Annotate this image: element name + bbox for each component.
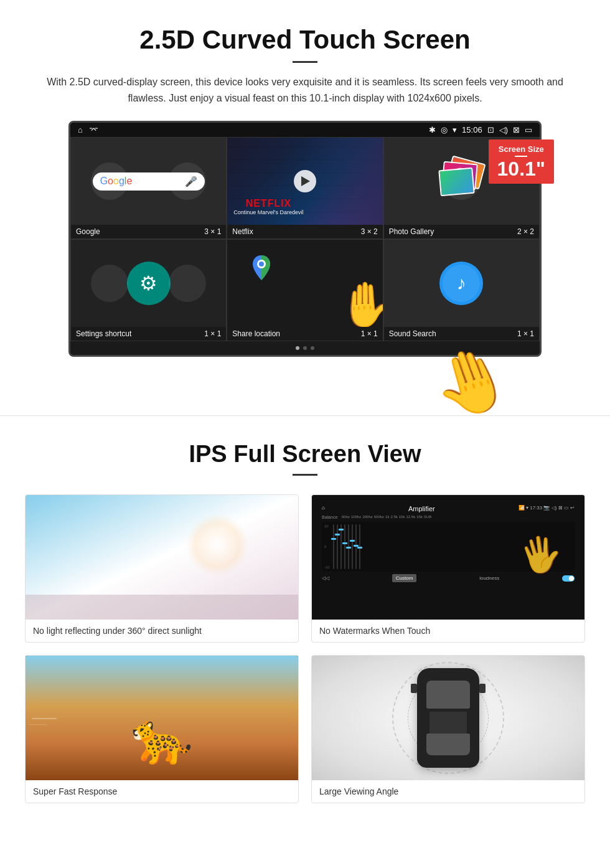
settings-cell-inner: ⚙ — [71, 240, 226, 327]
camera-icon: ⊡ — [487, 125, 494, 134]
gallery-size: 2 × 2 — [517, 227, 534, 236]
car-top-view-container — [312, 656, 584, 780]
section-curved-screen: 2.5D Curved Touch Screen With 2.5D curve… — [0, 0, 610, 378]
app-cell-sound[interactable]: ♪ Sound Search 1 × 1 — [383, 239, 540, 341]
google-label-row: Google 3 × 1 — [71, 225, 226, 238]
share-cell-inner: 🤚 — [227, 240, 382, 327]
music-icon-background: ♪ — [439, 262, 483, 305]
svg-point-1 — [259, 262, 264, 267]
custom-button[interactable]: Custom — [392, 574, 417, 582]
eq-slider-6[interactable] — [352, 524, 353, 569]
status-bar-right: ✱ ◎ ▾ 15:06 ⊡ ◁) ⊠ ▭ — [429, 125, 532, 134]
sound-name: Sound Search — [389, 329, 436, 338]
photo-item-3 — [439, 167, 475, 197]
app-cell-settings[interactable]: ⚙ Settings shortcut 1 × 1 — [70, 239, 227, 341]
section1-title: 2.5D Curved Touch Screen — [37, 25, 573, 55]
eq-slider-5[interactable] — [348, 524, 349, 569]
sound-label-row: Sound Search 1 × 1 — [384, 327, 539, 341]
netflix-cell-inner: NETFLIX Continue Marvel's Daredevil — [227, 138, 382, 225]
equalizer-bars: 100-10 — [322, 522, 575, 572]
section2-title: IPS Full Screen View — [25, 441, 585, 468]
device-screen: ⌂ ⌤ ✱ ◎ ▾ 15:06 ⊡ ◁) ⊠ ▭ — [68, 121, 542, 357]
dot-3[interactable] — [311, 346, 314, 350]
time-display: 15:06 — [462, 125, 482, 134]
g-letter-o1: o — [108, 176, 113, 186]
g-letter-g: G — [100, 176, 108, 186]
section-divider — [0, 415, 610, 416]
status-bar: ⌂ ⌤ ✱ ◎ ▾ 15:06 ⊡ ◁) ⊠ ▭ — [70, 123, 540, 137]
feature-caption-watermarks: No Watermarks When Touch — [312, 620, 584, 642]
loudness-toggle[interactable] — [562, 575, 575, 582]
amplifier-screen: ⌂ Amplifier 📶 ▾ 17:33 📷 ◁) ⊠ ▭ ↩ Balance… — [317, 500, 580, 615]
feature-item-speed: 🐆 Super Fast Response — [25, 655, 299, 803]
feature-item-viewing-angle: Large Viewing Angle — [311, 655, 585, 803]
amp-status: 📶 ▾ 17:33 📷 ◁) ⊠ ▭ ↩ — [518, 505, 575, 512]
share-name: Share location — [232, 329, 280, 338]
eq-slider-1[interactable] — [333, 524, 334, 569]
status-bar-left: ⌂ ⌤ — [78, 125, 98, 134]
window-icon[interactable]: ▭ — [525, 125, 532, 134]
google-search-bar[interactable]: Google 🎤 — [93, 172, 205, 191]
car-roof — [429, 712, 467, 737]
g-letter-o2: o — [113, 176, 119, 186]
feature-grid: No light reflecting under 360° direct su… — [25, 494, 585, 803]
google-mic-icon[interactable]: 🎤 — [185, 176, 197, 187]
app-cell-netflix[interactable]: NETFLIX Continue Marvel's Daredevil Netf… — [227, 137, 383, 239]
netflix-label-row: Netflix 3 × 2 — [227, 225, 382, 238]
home-icon[interactable]: ⌂ — [78, 125, 83, 134]
badge-size: 10.1" — [497, 159, 545, 179]
settings-name: Settings shortcut — [76, 329, 131, 338]
eq-slider-2[interactable] — [337, 524, 338, 569]
location-icon: ◎ — [441, 125, 448, 134]
g-letter-e: e — [126, 176, 132, 186]
play-button[interactable] — [294, 170, 316, 192]
netflix-overlay: NETFLIX Continue Marvel's Daredevil — [233, 198, 303, 215]
car-rear-window — [426, 734, 470, 755]
eq-slider-8[interactable] — [359, 524, 360, 569]
google-name: Google — [76, 227, 100, 236]
dot-1[interactable] — [296, 346, 299, 350]
amp-frequency-labels: Balance 60hz 100hz 200hz 500hz 1k 2.5k 1… — [322, 515, 575, 519]
badge-label: Screen Size — [497, 144, 545, 154]
eq-slider-4[interactable] — [344, 524, 345, 569]
sound-cell-inner: ♪ — [384, 240, 539, 327]
feature-image-car — [312, 656, 584, 780]
app-cell-share[interactable]: 🤚 Share location 1 × 1 — [227, 239, 383, 341]
google-logo: Google — [100, 176, 133, 187]
amp-header: ⌂ Amplifier 📶 ▾ 17:33 📷 ◁) ⊠ ▭ ↩ — [322, 505, 575, 512]
eq-slider-7[interactable] — [355, 524, 357, 569]
gear-icon: ⚙ — [139, 271, 157, 295]
feature-item-sunlight: No light reflecting under 360° direct su… — [25, 494, 299, 643]
google-cell-inner: Google 🎤 — [71, 138, 226, 225]
car-top-view — [417, 668, 479, 768]
bluetooth-icon: ✱ — [429, 125, 436, 134]
close-icon[interactable]: ⊠ — [513, 125, 520, 134]
google-size: 3 × 1 — [204, 227, 221, 236]
section2-underline — [293, 474, 317, 476]
dot-2[interactable] — [303, 346, 307, 350]
app-grid-row2: ⚙ Settings shortcut 1 × 1 — [70, 239, 540, 341]
amp-title: Amplifier — [408, 505, 435, 512]
title-underline — [293, 61, 317, 63]
section-ips-screen: IPS Full Screen View No light reflecting… — [0, 441, 610, 828]
hand-pointing-icon: 🤚 — [338, 279, 383, 327]
section1-description: With 2.5D curved-display screen, this de… — [37, 74, 573, 106]
amp-home-icon: ⌂ — [322, 505, 325, 512]
settings-label-row: Settings shortcut 1 × 1 — [71, 327, 226, 341]
feature-image-sunlight — [26, 495, 298, 620]
share-size: 1 × 1 — [361, 329, 378, 338]
usb-icon: ⌤ — [89, 125, 98, 134]
eq-slider-3[interactable] — [340, 524, 342, 569]
netflix-name: Netflix — [232, 227, 253, 236]
motion-line-1 — [32, 718, 57, 719]
feature-caption-sunlight: No light reflecting under 360° direct su… — [26, 620, 298, 642]
g-letter-g2: g — [119, 176, 124, 186]
sound-size: 1 × 1 — [517, 329, 534, 338]
music-note-icon: ♪ — [457, 273, 466, 294]
car-windshield — [426, 681, 470, 709]
feature-item-watermarks: ⌂ Amplifier 📶 ▾ 17:33 📷 ◁) ⊠ ▭ ↩ Balance… — [311, 494, 585, 643]
device-mockup: Screen Size 10.1" ⌂ ⌤ ✱ ◎ ▾ 15:06 ⊡ ◁) ⊠ — [62, 121, 548, 357]
feature-image-watermarks: ⌂ Amplifier 📶 ▾ 17:33 📷 ◁) ⊠ ▭ ↩ Balance… — [312, 495, 584, 620]
app-cell-google[interactable]: Google 🎤 Google 3 × 1 — [70, 137, 227, 239]
netflix-logo-text: NETFLIX — [233, 198, 303, 209]
